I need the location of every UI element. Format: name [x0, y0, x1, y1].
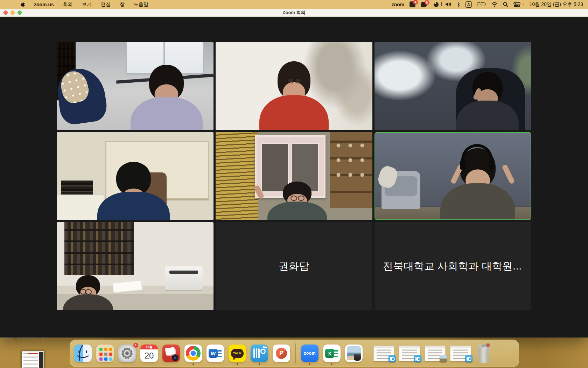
powerpoint-glyph: P	[276, 348, 287, 359]
app-menu-zoom-us[interactable]: zoom.us	[34, 2, 54, 7]
window-titlebar[interactable]: Zoom 회의	[0, 9, 588, 17]
dock-trash-icon[interactable]	[476, 344, 492, 363]
notification-badge: N	[425, 0, 429, 5]
video-tile-5[interactable]	[216, 132, 372, 220]
minimized-document-3[interactable]	[425, 346, 446, 361]
window-blinds	[216, 132, 258, 220]
participant-silhouette	[131, 65, 203, 130]
kakaotalk-status-icon[interactable]: N	[421, 2, 427, 7]
wood-shelf	[330, 132, 372, 208]
file-thumbnail	[22, 351, 44, 368]
dock-photos-icon[interactable]	[162, 345, 180, 362]
window-title: Zoom 회의	[0, 9, 588, 16]
dock-kakaotalk-icon[interactable]: TALK	[229, 345, 246, 362]
wifi-icon[interactable]	[491, 2, 498, 7]
participant-video	[57, 132, 214, 220]
participant-name-tile[interactable]: 전북대학교 사회학과 대학원...	[374, 222, 531, 310]
dock-word-icon[interactable]: W	[206, 345, 224, 362]
participant-video	[57, 42, 214, 130]
video-tile-2[interactable]	[216, 42, 372, 130]
alert-status-icon[interactable]	[432, 2, 440, 7]
excel-glyph: X	[325, 349, 334, 358]
running-indicator	[331, 363, 332, 365]
dock-finder-icon[interactable]	[74, 345, 92, 362]
minimized-document-1[interactable]	[373, 346, 394, 361]
menu-window[interactable]: 창	[120, 1, 125, 8]
notification-badge: 1	[133, 343, 138, 348]
spotlight-search-icon[interactable]	[503, 2, 508, 7]
menu-meeting[interactable]: 회의	[63, 1, 73, 8]
participant-name: 전북대학교 사회학과 대학원...	[383, 259, 522, 273]
volume-icon[interactable]	[445, 2, 452, 7]
menu-bar-clock[interactable]: 10월 20일 (금) 오후 5:23	[530, 1, 583, 8]
dock-chrome-icon[interactable]	[184, 345, 202, 362]
trash-basket	[477, 347, 491, 363]
desktop-file-icon[interactable]	[20, 349, 46, 368]
menu-help[interactable]: 도움말	[134, 1, 148, 8]
hangul-glyph	[260, 348, 266, 354]
participant-video	[374, 42, 531, 130]
dock-launchpad-icon[interactable]	[96, 345, 114, 362]
notification-badge: 4	[413, 0, 418, 5]
running-indicator	[192, 363, 194, 365]
status-dot	[523, 4, 524, 5]
participant-silhouette	[456, 72, 519, 130]
dock-calendar-icon[interactable]: 10월 20	[140, 345, 158, 362]
hangul-bars	[253, 348, 255, 358]
running-indicator	[259, 363, 260, 365]
word-glyph: W	[209, 349, 218, 358]
video-grid: 권화담 전북대학교 사회학과 대학원...	[57, 42, 531, 310]
bookshelf	[64, 222, 133, 275]
apple-menu-icon[interactable]	[20, 1, 26, 7]
participant-video	[216, 42, 372, 130]
participant-name: 권화담	[279, 259, 310, 273]
alert-icon	[434, 2, 439, 7]
video-tile-1[interactable]	[57, 42, 214, 130]
dock-settings-icon[interactable]: 1	[118, 345, 136, 362]
zoom-status-label[interactable]: zoom	[392, 2, 405, 7]
app-grid-glyph	[99, 348, 103, 351]
hwp-badge-icon	[465, 355, 472, 362]
dock-hancom-office-icon[interactable]	[251, 345, 268, 362]
status-area: zoom 4 N ᛒ A ↯	[392, 1, 583, 8]
menu-edit[interactable]: 편집	[101, 1, 111, 8]
gear-icon	[121, 348, 133, 359]
chrome-logo	[183, 343, 203, 363]
participant-silhouette	[259, 61, 328, 130]
dock: 1 10월 20 W TALK P zoom	[70, 340, 519, 367]
trash-contents	[478, 344, 481, 347]
sheet-lines	[334, 350, 338, 352]
book-stack	[61, 180, 93, 195]
video-tile-7[interactable]	[57, 222, 214, 310]
charging-bolt-icon: ↯	[479, 2, 483, 7]
battery-tip	[485, 4, 486, 5]
video-tile-3[interactable]	[374, 42, 531, 130]
dock-powerpoint-icon[interactable]: P	[273, 345, 290, 362]
app-status-icon[interactable]: 4	[410, 1, 415, 7]
dock-zoom-icon[interactable]: zoom	[301, 345, 318, 362]
menu-view[interactable]: 보기	[82, 1, 92, 8]
dock-separator	[295, 343, 296, 363]
participant-name-tile[interactable]: 권화담	[216, 222, 372, 310]
minimized-document-4[interactable]	[450, 346, 471, 361]
hwp-badge-icon	[414, 355, 421, 362]
glasses	[79, 289, 93, 294]
calendar-day: 20	[140, 349, 158, 362]
dock-excel-icon[interactable]: X	[323, 345, 341, 362]
input-source-icon[interactable]: A	[465, 1, 472, 8]
zoom-meeting-window: Zoom 회의	[0, 9, 588, 338]
video-tile-4[interactable]	[57, 132, 214, 220]
screen: IMG_6646.JPG Zoom 회의	[0, 0, 588, 368]
minimized-document-2[interactable]	[399, 346, 420, 361]
control-center-icon[interactable]	[513, 2, 520, 7]
glasses	[289, 196, 306, 200]
participant-silhouette	[97, 162, 169, 220]
dock-preview-icon[interactable]	[345, 345, 363, 362]
bluetooth-icon[interactable]: ᛒ	[457, 2, 460, 7]
glasses	[286, 78, 302, 83]
video-tile-6-active-speaker[interactable]	[374, 132, 531, 220]
talk-bubble: TALK	[231, 349, 244, 358]
camera-lens-icon	[172, 354, 178, 361]
battery-icon[interactable]: ↯	[477, 2, 486, 6]
zoom-wordmark: zoom	[304, 351, 316, 356]
